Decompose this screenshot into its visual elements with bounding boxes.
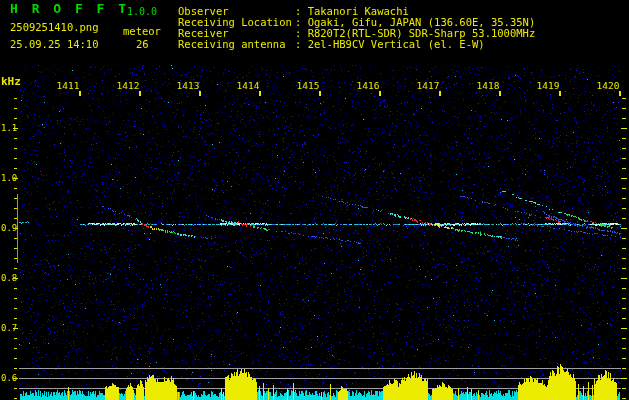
y-tick-label: 1.0 [1,173,17,184]
x-tick-label: 1420 [597,80,620,91]
x-tick-label: 1411 [57,80,80,91]
meteor-count: 26 [136,39,149,50]
x-tick-label: 1417 [417,80,440,91]
colon: : [295,38,308,50]
y-tick-label: 0.6 [1,373,17,384]
app-version: 1.0.0 [127,6,157,17]
y-tick-label: 0.9 [1,223,17,234]
datetime-label: 25.09.25 14:10 [10,39,99,50]
antenna-label: Receiving antenna [178,38,295,50]
x-tick-label: 1412 [117,80,140,91]
x-tick-label: 1416 [357,80,380,91]
spectrogram-canvas [0,0,629,400]
x-tick-label: 1419 [537,80,560,91]
y-tick-label: 1.1 [1,123,17,134]
antenna-row: Receiving antenna: 2el-HB9CV Vertical (e… [178,38,485,50]
antenna-value: 2el-HB9CV Vertical (el. E-W) [308,38,485,50]
mode-label: meteor [123,26,161,37]
y-axis-unit-label: kHz [1,76,21,87]
app-title: H R O F F T [10,3,129,14]
x-tick-label: 1413 [177,80,200,91]
hrofft-screen: H R O F F T 1.0.0 2509251410.png meteor … [0,0,629,400]
y-tick-label: 0.7 [1,323,17,334]
output-filename: 2509251410.png [10,22,99,33]
y-tick-label: 0.8 [1,273,17,284]
x-tick-label: 1415 [297,80,320,91]
x-tick-label: 1418 [477,80,500,91]
x-tick-label: 1414 [237,80,260,91]
